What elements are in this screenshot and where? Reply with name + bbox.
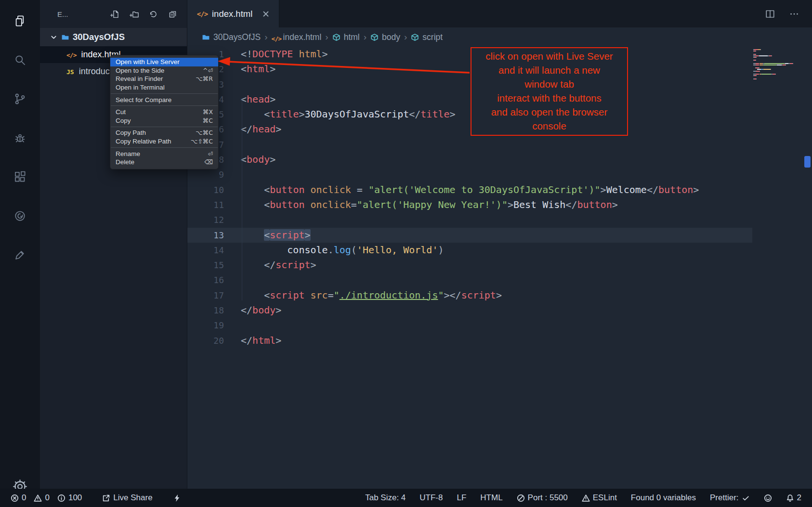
status-prettier[interactable]: Prettier: [710,493,750,503]
status-eslint[interactable]: ESLint [582,493,617,503]
code-line-18[interactable]: 18</body> [187,303,812,318]
code-line-8[interactable]: 8<body> [187,152,812,167]
breadcrumb-item-html[interactable]: html [332,32,360,42]
source-control-icon[interactable] [13,92,26,105]
menu-item-label: Open with Live Server [116,58,180,65]
status-port-5500[interactable]: Port : 5500 [517,493,568,503]
status-label: 0 [22,493,26,503]
search-icon[interactable] [13,53,26,66]
code-line-13[interactable]: 13 <script> [187,228,752,243]
code-token: head [247,93,270,105]
menu-item-open-to-the-side[interactable]: Open to the Side^⏎ [110,66,218,75]
file-link[interactable]: ./introduction.js [340,289,438,301]
breadcrumb-item-script[interactable]: script [411,32,443,42]
folder-row-30daysofjs[interactable]: 30DaysOfJS [40,28,187,46]
status-utf-8[interactable]: UTF-8 [419,493,443,503]
status-0[interactable]: 0 [34,493,49,503]
folder-icon [202,33,210,41]
bell-icon [786,494,794,502]
code-token: > [270,93,275,105]
tab-index-html[interactable]: </> index.html [187,0,279,27]
status-found-0-variables[interactable]: Found 0 variables [631,493,696,503]
code-line-17[interactable]: 17 <script src="./introduction.js"></scr… [187,288,812,303]
code-editor[interactable]: 1<!DOCTYPE html>2<html>34<head>5 <title>… [187,47,812,489]
status-live-share[interactable]: Live Share [102,493,152,503]
menu-item-shortcut: ⌥⌘R [196,75,213,82]
code-line-11[interactable]: 11 <button onclick="alert('Happy New Yea… [187,197,812,212]
status-label: UTF-8 [419,493,443,503]
code-token: log [334,244,351,256]
breadcrumb-item-index-html[interactable]: </>index.html [272,32,322,42]
collapse-all-icon[interactable] [168,10,177,19]
info-icon [57,494,65,502]
code-token: 30DaysOfJavaScript [304,108,409,120]
code-token: Welcome [606,184,647,195]
line-number: 18 [187,303,224,318]
menu-item-open-with-live-server[interactable]: Open with Live Server [110,58,218,66]
breadcrumb-item-30daysofjs[interactable]: 30DaysOfJS [202,32,261,42]
close-tab-icon[interactable] [262,10,270,18]
code-token: ( [351,244,357,256]
code-line-12[interactable]: 12 [187,212,812,227]
breadcrumb-item-body[interactable]: body [370,32,400,42]
code-token [304,199,310,210]
status-smiley[interactable] [764,494,772,502]
refresh-icon[interactable] [149,10,158,19]
status-html[interactable]: HTML [480,493,502,503]
code-token: src [311,289,328,301]
code-token: > [450,108,456,120]
menu-item-rename[interactable]: Rename⏎ [110,149,218,158]
debug-icon[interactable] [13,131,26,144]
menu-item-label: Rename [116,150,140,157]
annotation-line: and also open the browser [471,105,627,119]
code-line-20[interactable]: 20</html> [187,333,812,348]
code-line-19[interactable]: 19 [187,318,812,333]
menu-item-copy-path[interactable]: Copy Path⌥⌘C [110,129,218,137]
status-lf[interactable]: LF [457,493,466,503]
code-token: </ [241,259,275,271]
code-line-10[interactable]: 10 <button onclick = "alert('Welcome to … [187,182,812,197]
status-tab-size-4[interactable]: Tab Size: 4 [365,493,406,503]
code-token: > [311,259,316,271]
status-zap[interactable] [173,494,181,502]
status-100[interactable]: 100 [57,493,82,503]
code-token: 'Hello, World' [357,244,438,256]
menu-item-reveal-in-finder[interactable]: Reveal in Finder⌥⌘R [110,75,218,83]
code-line-14[interactable]: 14 console.log('Hello, World') [187,243,812,258]
menu-item-copy[interactable]: Copy⌘C [110,117,218,125]
indent-guide [242,98,242,300]
edit-session-icon[interactable] [13,248,26,261]
live-share-icon[interactable] [13,209,26,222]
chevron-right-icon: › [404,32,407,42]
status-2[interactable]: 2 [786,493,801,503]
split-editor-icon[interactable] [765,9,775,19]
status-right: Tab Size: 4UTF-8LFHTMLPort : 5500ESLintF… [365,493,812,503]
code-text: <button onclick="alert('Happy New Year!'… [241,197,618,212]
new-file-icon[interactable] [110,10,119,19]
menu-item-select-for-compare[interactable]: Select for Compare [110,95,218,104]
code-text: </body> [241,303,281,318]
code-line-16[interactable]: 16 [187,273,812,287]
menu-item-delete[interactable]: Delete⌫ [110,158,218,167]
minimap[interactable] [753,49,804,80]
code-text: <script src="./introduction.js"></script… [241,288,502,303]
code-token: > [270,154,275,165]
new-folder-icon[interactable] [130,10,139,19]
zap-icon [173,494,181,502]
status-0[interactable]: 0 [11,493,26,503]
extensions-icon[interactable] [13,170,26,183]
menu-item-cut[interactable]: Cut⌘X [110,108,218,117]
scrollbar-marker[interactable] [804,156,811,168]
more-actions-icon[interactable] [789,9,799,19]
code-token: onclick [311,184,351,195]
menu-item-copy-relative-path[interactable]: Copy Relative Path⌥⇧⌘C [110,137,218,146]
code-line-15[interactable]: 15 </script> [187,258,812,273]
menu-item-open-in-terminal[interactable]: Open in Terminal [110,83,218,92]
breadcrumb-label: 30DaysOfJS [213,32,261,42]
code-line-7[interactable]: 7 [187,137,812,152]
code-token: " [438,289,444,301]
code-line-9[interactable]: 9 [187,167,812,182]
explorer-icon[interactable] [13,14,26,27]
code-token: "alert('Welcome to 30DaysOfJavaScript')" [368,184,601,195]
line-number: 12 [187,212,224,227]
